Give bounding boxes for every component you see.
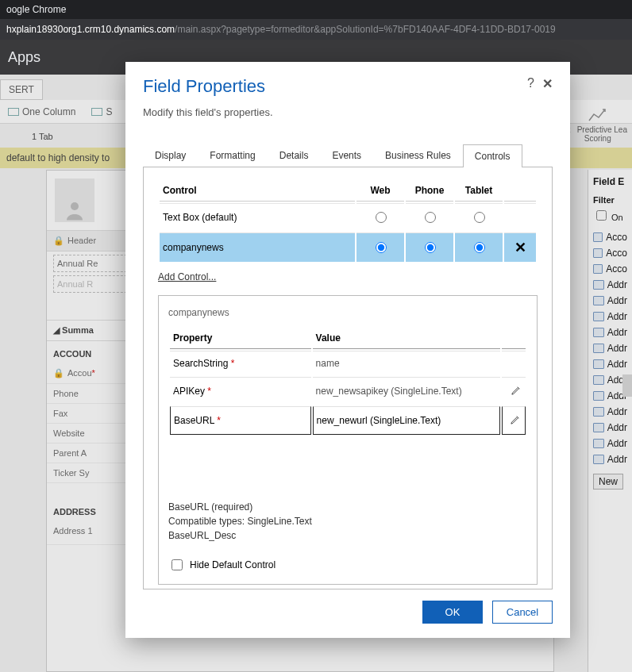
edit-icon[interactable] xyxy=(511,387,522,398)
web-radio[interactable] xyxy=(376,242,387,253)
hide-default-checkbox[interactable] xyxy=(171,559,183,570)
property-description: BaseURL (required) Compatible types: Sin… xyxy=(168,500,527,543)
tab-business-rules[interactable]: Business Rules xyxy=(373,144,463,167)
property-value: new_newsapikey (SingleLine.Text) xyxy=(313,377,500,405)
dialog-title: Field Properties xyxy=(143,76,519,97)
ok-button[interactable]: OK xyxy=(422,601,483,624)
controls-table: Control Web Phone Tablet Text Box (defau… xyxy=(158,179,538,263)
help-icon[interactable]: ? xyxy=(527,76,534,90)
dialog-footer: OK Cancel xyxy=(125,589,570,638)
tab-display[interactable]: Display xyxy=(143,144,198,167)
hide-default-control-option[interactable]: Hide Default Control xyxy=(168,557,527,573)
property-name: BaseURL * xyxy=(170,406,311,435)
tab-controls[interactable]: Controls xyxy=(463,144,522,167)
tablet-radio[interactable] xyxy=(474,242,485,253)
tab-events[interactable]: Events xyxy=(320,144,373,167)
property-table: Property Value SearchString *nameAPIKey … xyxy=(168,326,527,436)
phone-radio[interactable] xyxy=(425,212,436,223)
chrome-title-text: oogle Chrome xyxy=(6,4,66,15)
hide-default-label: Hide Default Control xyxy=(190,559,276,570)
scrollbar-thumb[interactable] xyxy=(622,374,632,397)
property-value: name xyxy=(313,351,500,375)
property-name: APIKey * xyxy=(170,377,311,405)
phone-radio[interactable] xyxy=(425,242,436,253)
property-value: new_newurl (SingleLine.Text) xyxy=(313,406,500,435)
chrome-url-bar[interactable]: hxplain18930org1.crm10.dynamics.com/main… xyxy=(0,19,632,40)
control-properties-name: companynews xyxy=(168,304,527,326)
tablet-radio[interactable] xyxy=(474,212,485,223)
col-web: Web xyxy=(356,180,404,202)
remove-control-icon[interactable]: ✕ xyxy=(514,240,526,255)
url-host: hxplain18930org1.crm10.dynamics.com xyxy=(6,24,175,35)
dialog-body: Control Web Phone Tablet Text Box (defau… xyxy=(143,167,553,589)
close-icon[interactable]: ✕ xyxy=(542,76,553,91)
edit-icon[interactable] xyxy=(510,417,522,428)
desc-line-2: Compatible types: SingleLine.Text xyxy=(168,514,527,528)
property-row-baseurl[interactable]: BaseURL *new_newurl (SingleLine.Text) xyxy=(170,406,526,435)
control-row[interactable]: companynews✕ xyxy=(160,232,536,262)
col-tablet: Tablet xyxy=(455,180,503,202)
property-row-apikey[interactable]: APIKey *new_newsapikey (SingleLine.Text) xyxy=(170,377,526,405)
dialog-tabs: DisplayFormattingDetailsEventsBusiness R… xyxy=(143,144,553,167)
control-name: companynews xyxy=(160,232,355,262)
tab-formatting[interactable]: Formatting xyxy=(198,144,267,167)
col-value: Value xyxy=(313,328,500,349)
web-radio[interactable] xyxy=(376,212,387,223)
property-row-searchstring[interactable]: SearchString *name xyxy=(170,351,526,375)
field-properties-dialog: Field Properties ? ✕ Modify this field's… xyxy=(125,62,570,638)
tab-details[interactable]: Details xyxy=(268,144,321,167)
control-row[interactable]: Text Box (default) xyxy=(160,203,536,231)
dialog-subtitle: Modify this field's properties. xyxy=(125,106,570,128)
col-phone: Phone xyxy=(406,180,453,202)
property-name: SearchString * xyxy=(170,351,311,375)
desc-line-1: BaseURL (required) xyxy=(168,500,527,514)
apps-label: Apps xyxy=(8,49,40,66)
add-control-link[interactable]: Add Control... xyxy=(158,271,216,282)
desc-line-3: BaseURL_Desc xyxy=(168,528,527,543)
control-name: Text Box (default) xyxy=(160,203,355,231)
col-control: Control xyxy=(160,180,355,202)
url-path: /main.aspx?pagetype=formeditor&appSoluti… xyxy=(175,24,556,35)
cancel-button[interactable]: Cancel xyxy=(492,601,553,624)
col-property: Property xyxy=(170,328,311,349)
chrome-title-bar: oogle Chrome xyxy=(0,0,632,19)
control-properties-box: companynews Property Value SearchString … xyxy=(158,295,538,585)
